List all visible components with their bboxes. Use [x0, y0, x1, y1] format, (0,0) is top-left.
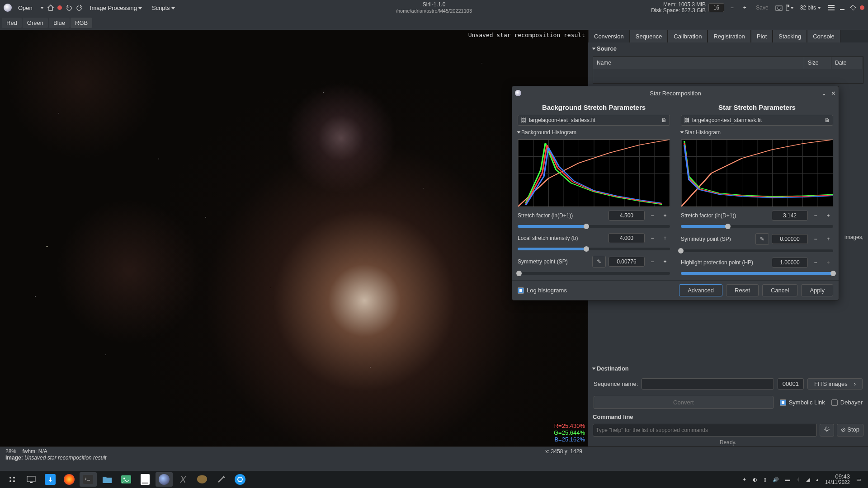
tab-plot[interactable]: Plot	[751, 30, 773, 42]
files-icon[interactable]	[99, 472, 116, 487]
minus-button[interactable]: −	[647, 258, 657, 265]
dialog-titlebar[interactable]: Star Recomposition ⌄ ✕	[512, 86, 839, 100]
bg-file-picker[interactable]: 🖼 largelagoon-test_starless.fit 🗎	[518, 115, 670, 126]
plus-button[interactable]: +	[660, 258, 670, 265]
minus-button[interactable]: −	[811, 212, 821, 219]
scripts-menu[interactable]: Scripts	[148, 3, 179, 13]
tool-icon[interactable]	[212, 472, 230, 487]
eyedropper-icon[interactable]: ✎	[592, 256, 606, 267]
bg-stretch-slider[interactable]	[518, 225, 670, 228]
star-stretch-input[interactable]: 3.142	[772, 211, 808, 221]
image-processing-menu[interactable]: Image Processing	[86, 3, 146, 13]
maximize-icon[interactable]	[849, 4, 857, 12]
apply-button[interactable]: Apply	[801, 284, 833, 296]
start-icon[interactable]	[4, 472, 21, 487]
minus-button[interactable]: −	[811, 259, 821, 266]
x-app-icon[interactable]: X	[175, 472, 192, 487]
seqnum-input[interactable]: 00001	[778, 378, 804, 389]
destination-header[interactable]: Destination	[588, 362, 868, 375]
star-hp-input[interactable]: 1.00000	[772, 258, 808, 267]
bg-local-input[interactable]: 4.000	[609, 233, 645, 243]
zoom-plus-button[interactable]: +	[740, 5, 750, 11]
plus-button[interactable]: +	[660, 212, 670, 219]
advanced-button[interactable]: Advanced	[679, 284, 722, 296]
hamburger-icon[interactable]	[827, 4, 835, 12]
bits-selector[interactable]: 32 bits	[797, 3, 825, 13]
siril-icon[interactable]	[156, 472, 173, 487]
tab-rgb[interactable]: RGB	[71, 18, 92, 28]
bg-local-slider[interactable]	[518, 248, 670, 250]
bg-histo-toggle[interactable]: Background Histogram	[518, 129, 670, 136]
app-store-icon[interactable]: ⬇	[42, 472, 59, 487]
image-viewer[interactable]: Unsaved star recomposition result R=25.4…	[0, 30, 588, 446]
save-button[interactable]: Save	[752, 3, 772, 13]
star-stretch-slider[interactable]	[681, 225, 833, 228]
close-icon[interactable]	[860, 5, 864, 10]
cancel-button[interactable]: Cancel	[762, 284, 797, 296]
tray-wifi-icon[interactable]: ◢	[806, 477, 810, 483]
open-button[interactable]: Open	[14, 3, 36, 13]
minus-button[interactable]: −	[647, 235, 657, 241]
record-icon[interactable]	[57, 5, 62, 10]
star-sp-slider[interactable]	[681, 249, 833, 252]
bg-sp-slider[interactable]	[518, 272, 670, 275]
tray-notify-icon[interactable]: ✦	[742, 477, 746, 483]
zoom-value[interactable]: 16	[708, 3, 724, 12]
file-open-icon[interactable]: 🗎	[661, 117, 667, 123]
tab-green[interactable]: Green	[23, 18, 48, 28]
file-open-icon[interactable]: 🗎	[825, 117, 830, 123]
bg-stretch-input[interactable]: 4.500	[609, 211, 645, 221]
minus-button[interactable]: −	[811, 236, 821, 242]
tab-registration[interactable]: Registration	[708, 30, 750, 42]
save-extra-icon[interactable]	[786, 4, 794, 12]
undo-icon[interactable]	[65, 4, 73, 12]
gimp-icon[interactable]	[193, 472, 211, 487]
tab-blue[interactable]: Blue	[49, 18, 70, 28]
col-name[interactable]: Name	[593, 57, 804, 69]
source-body[interactable]	[593, 69, 863, 83]
tab-calibration[interactable]: Calibration	[668, 30, 708, 42]
tab-stacking[interactable]: Stacking	[773, 30, 807, 42]
clock[interactable]: 09:43 14/11/2022	[825, 474, 850, 485]
minimize-icon[interactable]	[838, 4, 846, 12]
minus-button[interactable]: −	[647, 212, 657, 219]
show-desktop-icon[interactable]: ▭	[856, 477, 861, 483]
zoom-minus-button[interactable]: −	[727, 5, 737, 11]
kde-icon[interactable]	[231, 472, 249, 487]
tab-conversion[interactable]: Conversion	[588, 30, 630, 42]
dialog-close-icon[interactable]: ✕	[831, 90, 836, 97]
redo-icon[interactable]	[75, 4, 84, 12]
plus-button[interactable]: +	[823, 212, 833, 219]
col-date[interactable]: Date	[831, 57, 863, 69]
star-sp-input[interactable]: 0.00000	[772, 234, 808, 244]
convert-button[interactable]: Convert	[594, 396, 774, 409]
dialog-collapse-icon[interactable]: ⌄	[821, 90, 826, 97]
tab-sequence[interactable]: Sequence	[630, 30, 668, 42]
symlink-checkbox[interactable]: Symbolic Link	[780, 399, 825, 406]
image-viewer-icon[interactable]	[118, 472, 135, 487]
source-header[interactable]: Source	[588, 42, 868, 55]
gear-button[interactable]	[820, 424, 834, 436]
bg-sp-input[interactable]: 0.00776	[609, 257, 645, 267]
home-icon[interactable]	[47, 4, 55, 12]
tray-volume-icon[interactable]: 🔊	[773, 477, 779, 483]
terminal-icon[interactable]	[80, 472, 97, 487]
tray-bluetooth-icon[interactable]: ᚼ	[797, 477, 800, 482]
eyedropper-icon[interactable]: ✎	[755, 233, 769, 245]
star-file-picker[interactable]: 🖼 largelagoon-test_starmask.fit 🗎	[681, 115, 833, 126]
tab-red[interactable]: Red	[2, 18, 22, 28]
plus-button[interactable]: +	[823, 259, 833, 266]
snapshot-icon[interactable]	[775, 4, 783, 12]
command-input[interactable]	[593, 424, 817, 436]
debayer-checkbox[interactable]: Debayer	[831, 399, 863, 406]
taskview-icon[interactable]	[23, 472, 40, 487]
firefox-icon[interactable]	[61, 472, 78, 487]
col-size[interactable]: Size	[804, 57, 831, 69]
reset-button[interactable]: Reset	[726, 284, 759, 296]
tray-clipboard-icon[interactable]: ▯	[764, 477, 766, 483]
plus-button[interactable]: +	[660, 235, 670, 241]
plus-button[interactable]: +	[823, 236, 833, 242]
fits-format-selector[interactable]: FITS images›	[807, 378, 863, 389]
tray-update-icon[interactable]: ◐	[753, 477, 757, 483]
notes-icon[interactable]	[137, 472, 154, 487]
